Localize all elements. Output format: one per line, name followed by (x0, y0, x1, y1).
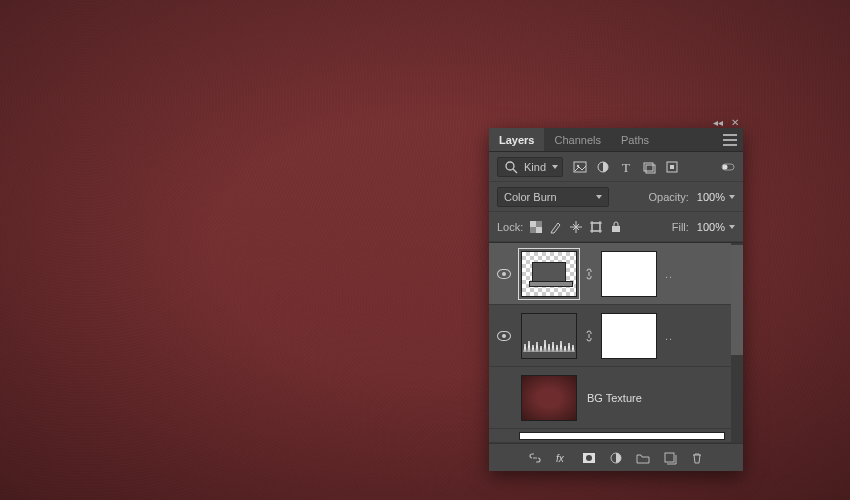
new-group-icon[interactable] (636, 451, 650, 465)
filter-adjustment-icon[interactable] (596, 160, 610, 174)
chevron-down-icon (729, 225, 735, 229)
layer-effects-icon[interactable]: fx (555, 451, 569, 465)
adjustment-layer-icon[interactable] (609, 451, 623, 465)
mask-link-icon[interactable] (583, 329, 595, 343)
panel-menu-icon[interactable] (723, 134, 737, 146)
svg-point-11 (723, 164, 728, 169)
layer-thumbnail[interactable] (521, 251, 577, 297)
blend-row: Color Burn Opacity: 100% (489, 182, 743, 212)
visibility-toggle[interactable] (493, 269, 515, 279)
layer-overflow-icon: .. (665, 330, 673, 342)
tab-paths[interactable]: Paths (611, 128, 659, 151)
mask-link-icon[interactable] (583, 267, 595, 281)
blend-mode-dropdown[interactable]: Color Burn (497, 187, 609, 207)
chevron-down-icon (552, 165, 558, 169)
filter-pixel-icon[interactable] (573, 160, 587, 174)
svg-rect-21 (612, 226, 620, 232)
svg-rect-12 (530, 221, 536, 227)
link-layers-icon[interactable] (528, 451, 542, 465)
filter-toggle-icon[interactable] (721, 160, 735, 174)
add-mask-icon[interactable] (582, 451, 596, 465)
layer-name[interactable]: BG Texture (587, 392, 725, 404)
filter-kind-label: Kind (524, 161, 546, 173)
svg-rect-9 (670, 165, 674, 169)
layer-row[interactable]: .. (489, 243, 731, 305)
eye-icon (497, 331, 511, 341)
panel-controls: ◂◂ ✕ (713, 117, 739, 128)
tab-layers[interactable]: Layers (489, 128, 544, 151)
layers-list: .. .. BG Texture (489, 242, 743, 443)
opacity-label: Opacity: (649, 191, 689, 203)
lock-artboard-icon[interactable] (589, 220, 603, 234)
svg-rect-15 (530, 227, 536, 233)
scrollbar-thumb[interactable] (731, 245, 743, 355)
layer-row[interactable]: .. (489, 305, 731, 367)
lock-position-icon[interactable] (569, 220, 583, 234)
lock-all-icon[interactable] (609, 220, 623, 234)
lock-pixels-icon[interactable] (549, 220, 563, 234)
filter-shape-icon[interactable] (642, 160, 656, 174)
svg-rect-6 (644, 163, 653, 171)
fill-value: 100% (697, 221, 725, 233)
fill-input[interactable]: 100% (695, 221, 735, 233)
filter-smartobject-icon[interactable] (665, 160, 679, 174)
chevron-down-icon (729, 195, 735, 199)
filter-type-icon[interactable]: T (619, 160, 633, 174)
svg-rect-14 (536, 221, 542, 227)
close-panel-icon[interactable]: ✕ (731, 117, 739, 128)
delete-layer-icon[interactable] (690, 451, 704, 465)
layers-scrollbar[interactable] (731, 243, 743, 443)
filter-type-icons: T (573, 160, 679, 174)
search-icon (504, 160, 518, 174)
layer-thumbnail[interactable] (521, 313, 577, 359)
eye-icon (497, 269, 511, 279)
filter-kind-dropdown[interactable]: Kind (497, 157, 563, 177)
chevron-down-icon (596, 195, 602, 199)
filter-row: Kind T (489, 152, 743, 182)
visibility-toggle[interactable] (493, 331, 515, 341)
lock-transparency-icon[interactable] (529, 220, 543, 234)
svg-text:fx: fx (556, 453, 565, 464)
svg-rect-7 (646, 165, 655, 173)
layers-bottom-toolbar: fx (489, 443, 743, 471)
layer-mask-thumbnail[interactable] (601, 313, 657, 359)
lock-label: Lock: (497, 221, 523, 233)
blend-mode-value: Color Burn (504, 191, 557, 203)
panel-tabs: Layers Channels Paths (489, 128, 743, 152)
tab-channels[interactable]: Channels (544, 128, 610, 151)
svg-point-24 (586, 455, 592, 461)
layers-panel: Layers Channels Paths Kind T Color Burn … (489, 128, 743, 471)
opacity-value: 100% (697, 191, 725, 203)
layer-row[interactable]: BG Texture (489, 367, 731, 429)
svg-text:T: T (622, 160, 630, 174)
opacity-input[interactable]: 100% (695, 191, 735, 203)
lock-row: Lock: Fill: 100% (489, 212, 743, 242)
svg-point-0 (506, 162, 514, 170)
new-layer-icon[interactable] (663, 451, 677, 465)
svg-line-1 (513, 169, 517, 173)
layer-row[interactable] (489, 429, 731, 443)
svg-rect-16 (592, 223, 600, 231)
layer-overflow-icon: .. (665, 268, 673, 280)
svg-rect-26 (665, 453, 674, 462)
collapse-panel-icon[interactable]: ◂◂ (713, 117, 723, 128)
layer-thumbnail[interactable] (521, 375, 577, 421)
fill-label: Fill: (672, 221, 689, 233)
layer-thumbnail[interactable] (519, 432, 725, 440)
grass-thumbnail-icon (522, 338, 578, 352)
svg-rect-13 (536, 227, 542, 233)
layer-mask-thumbnail[interactable] (601, 251, 657, 297)
